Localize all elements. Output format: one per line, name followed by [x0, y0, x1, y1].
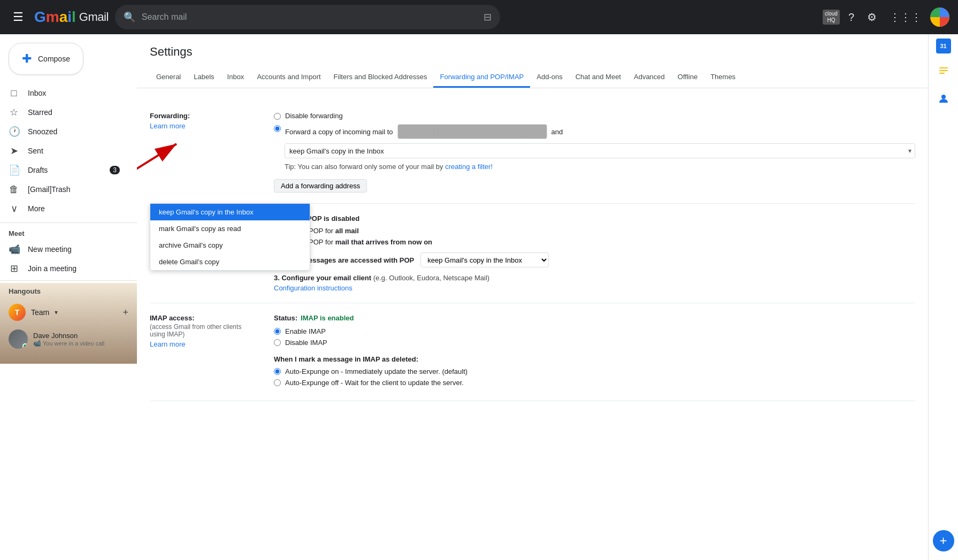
pop-enable-now: Enable POP for mail that arrives from no…	[274, 238, 915, 246]
settings-content: Forwarding: Learn more Disable forwardin…	[137, 88, 928, 414]
drafts-icon: 📄	[9, 164, 19, 176]
sidebar-item-new-meeting[interactable]: 📹 New meeting	[0, 240, 128, 259]
calendar-icon-btn[interactable]: 31	[936, 39, 951, 53]
forwarding-row: Forwarding: Learn more Disable forwardin…	[150, 101, 915, 204]
right-add-button[interactable]: +	[933, 530, 954, 551]
compose-button[interactable]: ✚ Compose	[9, 43, 83, 75]
hamburger-menu[interactable]: ☰	[9, 6, 28, 28]
sidebar: ✚ Compose □ Inbox ☆ Starred 🕐 Snoozed ➤ …	[0, 34, 137, 560]
tab-advanced[interactable]: Advanced	[627, 67, 671, 88]
pop-action-select[interactable]: keep Gmail's copy in the Inbox	[420, 252, 549, 267]
tab-addons[interactable]: Add-ons	[530, 67, 569, 88]
sidebar-item-drafts[interactable]: 📄 Drafts 3	[0, 160, 128, 180]
avatar[interactable]	[930, 7, 949, 27]
settings-icon[interactable]: ⚙	[863, 6, 881, 28]
add-hangout-icon[interactable]: +	[122, 307, 128, 318]
tab-offline[interactable]: Offline	[671, 67, 704, 88]
action-dropdown-menu: keep Gmail's copy in the Inbox mark Gmai…	[150, 203, 310, 271]
sidebar-item-trash[interactable]: 🗑 [Gmail]Trash	[0, 180, 128, 199]
forward-email-select[interactable]: ████████████████████████	[397, 124, 547, 139]
tab-inbox[interactable]: Inbox	[221, 67, 251, 88]
hangouts-section: T Team ▾ + Dave Johnson 📹 You were in a	[0, 297, 137, 355]
action-option-1[interactable]: mark Gmail's copy as read	[150, 220, 310, 237]
forward-copy-radio[interactable]	[274, 125, 281, 132]
hangouts-bg: Hangouts T Team ▾ + Dave Johnson	[0, 283, 137, 364]
tab-general[interactable]: General	[150, 67, 187, 88]
imap-main: Status: IMAP is enabled Enable IMAP Disa…	[274, 314, 915, 390]
action-option-2[interactable]: archive Gmail's copy	[150, 237, 310, 254]
imap-enable-option: Enable IMAP	[274, 327, 915, 335]
imap-expunge-on-option: Auto-Expunge on - Immediately update the…	[274, 367, 915, 375]
imap-learn-more[interactable]: Learn more	[150, 340, 257, 348]
sidebar-item-sent[interactable]: ➤ Sent	[0, 141, 128, 160]
tab-chat[interactable]: Chat and Meet	[569, 67, 627, 88]
apps-icon[interactable]: ⋮⋮⋮	[885, 6, 926, 28]
tasks-icon-btn[interactable]	[933, 60, 954, 81]
hangouts-team-item[interactable]: T Team ▾ +	[9, 302, 128, 323]
contacts-icon	[938, 93, 949, 104]
imap-enable-radio[interactable]	[274, 328, 281, 335]
imap-status-label: Status:	[274, 314, 297, 322]
gmail-label: Gmail	[79, 10, 109, 24]
imap-label: IMAP access:	[150, 314, 257, 322]
grid-icon: ⊞	[9, 263, 19, 274]
sidebar-item-inbox[interactable]: □ Inbox	[0, 83, 128, 103]
action-option-0[interactable]: keep Gmail's copy in the Inbox	[150, 204, 310, 220]
pop-now-bold: mail that arrives from now on	[335, 238, 432, 246]
action-selected-text: keep Gmail's copy in the Inbox	[289, 147, 384, 155]
search-bar[interactable]: 🔍 ⊟	[115, 5, 500, 29]
cloudhq-badge[interactable]: cloudHQ	[823, 10, 840, 25]
sent-icon: ➤	[9, 145, 19, 157]
search-options-icon[interactable]: ⊟	[484, 11, 492, 23]
online-indicator	[22, 343, 28, 349]
pop-enable-all: Enable POP for all mail	[274, 227, 915, 235]
pop-dropdown-container: keep Gmail's copy in the Inbox	[420, 252, 549, 267]
sidebar-item-starred[interactable]: ☆ Starred	[0, 103, 128, 122]
tab-labels[interactable]: Labels	[187, 67, 220, 88]
sidebar-item-label: [Gmail]Trash	[28, 185, 120, 194]
search-input[interactable]	[142, 12, 477, 22]
tab-accounts[interactable]: Accounts and Import	[250, 67, 327, 88]
disable-forwarding-radio[interactable]	[274, 113, 281, 120]
pop-main: 1. Status: POP is disabled Enable POP fo…	[274, 214, 915, 292]
creating-filter-link[interactable]: creating a filter!	[445, 163, 493, 171]
drafts-badge: 3	[110, 166, 120, 174]
imap-expunge-off-label: Auto-Expunge off - Wait for the client t…	[285, 379, 464, 387]
sidebar-item-more[interactable]: ∨ More	[0, 199, 128, 218]
sidebar-item-label: Drafts	[28, 166, 101, 174]
imap-status-value: IMAP is enabled	[301, 314, 354, 322]
action-dropdown-container: keep Gmail's copy in the Inbox keep Gmai…	[285, 143, 915, 158]
disable-forwarding-label: Disable forwarding	[285, 112, 343, 120]
action-dropdown-selected[interactable]: keep Gmail's copy in the Inbox	[285, 143, 915, 158]
imap-row: IMAP access: (access Gmail from other cl…	[150, 303, 915, 401]
dave-status: 📹 You were in a video call	[33, 340, 104, 347]
snoozed-icon: 🕐	[9, 126, 19, 137]
dave-johnson-item[interactable]: Dave Johnson 📹 You were in a video call	[9, 327, 128, 351]
forward-row: Forward a copy of incoming mail to █████…	[285, 124, 563, 139]
sidebar-item-snoozed[interactable]: 🕐 Snoozed	[0, 122, 128, 141]
pop-configure-detail: (e.g. Outlook, Eudora, Netscape Mail)	[373, 274, 490, 282]
svg-rect-3	[939, 70, 948, 71]
help-icon[interactable]: ?	[844, 7, 859, 28]
tab-themes[interactable]: Themes	[704, 67, 742, 88]
svg-rect-2	[939, 67, 948, 68]
tab-filters[interactable]: Filters and Blocked Addresses	[327, 67, 434, 88]
imap-disable-option: Disable IMAP	[274, 339, 915, 347]
config-instructions-link[interactable]: Configuration instructions	[274, 284, 915, 292]
dave-name: Dave Johnson	[33, 332, 104, 340]
action-option-3[interactable]: delete Gmail's copy	[150, 254, 310, 270]
right-panel: 31 +	[928, 34, 958, 560]
add-forwarding-button[interactable]: Add a forwarding address	[274, 179, 367, 193]
video-icon: 📹	[9, 243, 19, 255]
imap-expunge-off-radio[interactable]	[274, 379, 281, 386]
imap-expunge-on-radio[interactable]	[274, 368, 281, 375]
imap-disable-radio[interactable]	[274, 339, 281, 346]
contacts-icon-btn[interactable]	[933, 88, 954, 109]
imap-status-row: Status: IMAP is enabled	[274, 314, 915, 322]
forwarding-learn-more[interactable]: Learn more	[150, 122, 257, 130]
tab-forwarding[interactable]: Forwarding and POP/IMAP	[433, 67, 530, 88]
star-icon: ☆	[9, 106, 19, 118]
sidebar-item-join-meeting[interactable]: ⊞ Join a meeting	[0, 259, 128, 278]
dave-status-text: You were in a video call	[43, 340, 104, 347]
disable-forwarding-option: Disable forwarding	[274, 112, 915, 120]
